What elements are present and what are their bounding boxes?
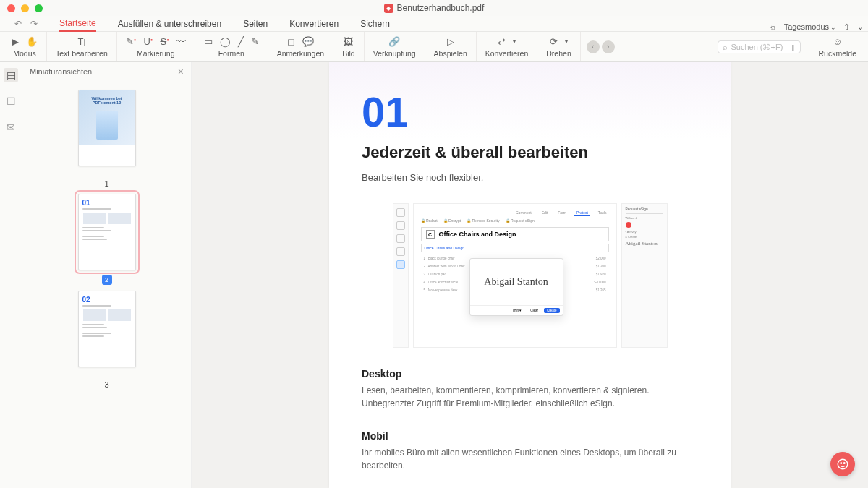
- highlighter-icon: ✎●: [126, 36, 137, 47]
- window-title: ◆ Benutzerhandbuch.pdf: [0, 3, 868, 13]
- text-edit-icon: T|: [78, 36, 86, 47]
- tool-mode[interactable]: ▶✋ Modus: [3, 32, 47, 61]
- view-mode-dropdown[interactable]: Tagesmodus: [784, 22, 836, 31]
- tool-link[interactable]: 🔗 Verknüpfung: [365, 32, 425, 61]
- section-mobile-text: Ihr mobiles Büro mit allen wesentlichen …: [362, 446, 698, 472]
- tool-image[interactable]: 🖼 Bild: [333, 32, 365, 61]
- redo-icon[interactable]: ↷: [30, 19, 38, 29]
- document-viewport[interactable]: 01 Jederzeit & überall bearbeiten Bearbe…: [192, 62, 868, 488]
- help-fab[interactable]: [830, 452, 855, 476]
- toolbar: ▶✋ Modus T| Text bearbeiten ✎● U● S● 〰 M…: [0, 32, 868, 62]
- panel-title: Miniaturansichten: [30, 67, 92, 76]
- chevron-down-icon: ▾: [565, 38, 568, 45]
- search-icon: ⌕: [723, 43, 728, 51]
- play-icon: ▷: [447, 36, 454, 47]
- image-icon: 🖼: [344, 36, 353, 47]
- section-desktop-text: Lesen, bearbeiten, kommentieren, komprim…: [362, 384, 698, 410]
- maximize-button[interactable]: [35, 4, 43, 12]
- tab-home[interactable]: Startseite: [59, 16, 96, 32]
- thumbnails-panel: Miniaturansichten × Willkommen bei PDFel…: [22, 62, 192, 488]
- hand-icon: ✋: [26, 36, 38, 47]
- screenshot-illustration: CommentEditFormProtectTools 🔒 Redact🔒 En…: [393, 203, 668, 348]
- line-icon: ╱: [238, 36, 244, 47]
- bookmark-icon[interactable]: ☐: [4, 94, 18, 108]
- ellipse-icon: ◯: [220, 36, 231, 47]
- tab-fill-sign[interactable]: Ausfüllen & unterschreiben: [118, 17, 221, 31]
- squiggly-icon: 〰: [176, 36, 186, 47]
- filter-icon[interactable]: ⫿: [791, 43, 796, 51]
- page-number: 01: [362, 91, 698, 133]
- pointer-icon: ▶: [12, 36, 19, 47]
- content-area: ▤ ☐ ✉ Miniaturansichten × Willkommen bei…: [0, 62, 868, 488]
- main-tabs: ↶ ↷ Startseite Ausfüllen & unterschreibe…: [0, 16, 868, 32]
- undo-icon[interactable]: ↶: [14, 19, 22, 29]
- strikethrough-icon: S●: [160, 36, 169, 47]
- tool-convert[interactable]: ⇄▾ Konvertieren: [477, 32, 538, 61]
- convert-icon: ⇄: [498, 36, 506, 47]
- app-icon: ◆: [384, 4, 393, 13]
- close-button[interactable]: [7, 4, 15, 12]
- section-mobile-heading: Mobil: [362, 430, 698, 442]
- svg-point-1: [841, 463, 842, 464]
- chevron-down-icon: ▾: [513, 38, 516, 45]
- rotate-icon: ⟳: [550, 36, 558, 47]
- thumbnail-2[interactable]: 01 2: [78, 194, 136, 285]
- feedback-icon: ☺: [833, 36, 842, 47]
- note-icon: ◻: [287, 36, 295, 47]
- signature-dialog: Abigail Stanton Thin ▾ Clear Create: [469, 258, 563, 316]
- svg-point-2: [844, 463, 846, 464]
- comments-panel-icon[interactable]: ✉: [4, 120, 18, 134]
- svg-point-0: [838, 459, 848, 469]
- pencil-icon: ✎: [251, 36, 259, 47]
- more-icon[interactable]: ⌄: [857, 22, 864, 32]
- prev-page-button[interactable]: ‹: [587, 40, 600, 53]
- thumbnails-icon[interactable]: ▤: [4, 68, 18, 82]
- section-desktop-heading: Desktop: [362, 368, 698, 380]
- thumbnail-3[interactable]: 02 3: [78, 291, 136, 389]
- current-page-badge: 2: [102, 275, 112, 285]
- rectangle-icon: ▭: [204, 36, 213, 47]
- share-icon[interactable]: ⇧: [843, 22, 850, 32]
- page-heading: Jederzeit & überall bearbeiten: [362, 143, 698, 162]
- thumbnail-1[interactable]: Willkommen bei PDFelement 10 1: [78, 90, 136, 188]
- link-icon: 🔗: [388, 36, 400, 47]
- tool-play[interactable]: ▷ Abspielen: [425, 32, 477, 61]
- minimize-button[interactable]: [21, 4, 29, 12]
- comment-icon: 💬: [302, 36, 314, 47]
- page-subtitle: Bearbeiten Sie noch flexibler.: [362, 172, 698, 183]
- tab-pages[interactable]: Seiten: [243, 17, 268, 31]
- tool-edit-text[interactable]: T| Text bearbeiten: [47, 32, 117, 61]
- traffic-lights: [7, 4, 43, 12]
- tool-comments[interactable]: ◻💬 Anmerkungen: [268, 32, 333, 61]
- search-input[interactable]: ⌕ ⫿: [718, 40, 801, 53]
- document-title: Benutzerhandbuch.pdf: [397, 3, 485, 13]
- left-rail: ▤ ☐ ✉: [0, 62, 22, 488]
- tool-rotate[interactable]: ⟳▾ Drehen: [537, 32, 580, 61]
- tool-shapes[interactable]: ▭ ◯ ╱ ✎ Formen: [195, 32, 268, 61]
- underline-icon: U●: [143, 36, 153, 47]
- feedback-button[interactable]: ☺ Rückmelde: [809, 32, 865, 61]
- page-nav: ‹ ›: [581, 40, 621, 53]
- close-panel-icon[interactable]: ×: [178, 66, 184, 77]
- tab-convert[interactable]: Konvertieren: [289, 17, 339, 31]
- tool-highlight[interactable]: ✎● U● S● 〰 Markierung: [117, 32, 195, 61]
- titlebar: ◆ Benutzerhandbuch.pdf: [0, 0, 868, 16]
- top-right-controls: ☼ Tagesmodus ⇧ ⌄: [770, 19, 864, 35]
- brightness-icon[interactable]: ☼: [770, 22, 777, 31]
- pdf-page: 01 Jederzeit & überall bearbeiten Bearbe…: [329, 62, 731, 488]
- tab-protect[interactable]: Sichern: [360, 17, 390, 31]
- next-page-button[interactable]: ›: [602, 40, 615, 53]
